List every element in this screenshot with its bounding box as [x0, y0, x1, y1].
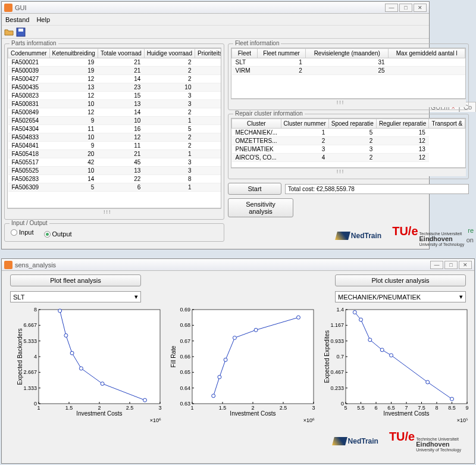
table-row[interactable]: FA50265491015: [8, 117, 222, 125]
svg-text:0: 0: [34, 401, 37, 407]
gui-titlebar[interactable]: GUI — □ ✕: [2, 2, 429, 14]
table-row[interactable]: AIRCO'S, CO...4212: [232, 154, 465, 162]
svg-point-107: [390, 354, 393, 357]
repair-table[interactable]: ClusterCluster nummerSpoed reparatieRegu…: [231, 118, 465, 162]
table-row[interactable]: OMZETTERS...2212: [232, 137, 465, 145]
fleet-table[interactable]: FleetFleet nummerRevisielengte (maanden)…: [231, 48, 465, 75]
chart: 0.630.640.650.660.670.680.6911.522.53Inv…: [170, 305, 318, 424]
open-icon[interactable]: [4, 27, 14, 37]
col-header[interactable]: Transport &: [429, 119, 465, 129]
table-row[interactable]: FA5000211921210: [8, 58, 222, 67]
col-header[interactable]: Prioriteitsdrempel: [195, 49, 221, 58]
svg-rect-36: [192, 310, 314, 404]
menu-help[interactable]: Help: [36, 16, 50, 23]
svg-text:6.667: 6.667: [23, 322, 37, 328]
svg-text:1.333: 1.333: [23, 385, 37, 391]
svg-text:8: 8: [34, 307, 37, 313]
col-header[interactable]: Regulier reparatie: [376, 119, 429, 129]
cluster-dropdown[interactable]: MECHANIEK/PNEUMATIEK▾: [335, 291, 466, 302]
svg-text:3: 3: [312, 405, 315, 411]
repair-hscroll[interactable]: [231, 168, 466, 176]
fleet-hscroll[interactable]: [231, 99, 466, 107]
gui-title: GUI: [15, 4, 385, 11]
svg-text:2.5: 2.5: [280, 405, 287, 411]
maximize-button[interactable]: □: [444, 261, 458, 269]
svg-point-106: [380, 348, 384, 352]
table-row[interactable]: VIRM225: [232, 67, 465, 75]
plot-cluster-button[interactable]: Plot cluster analysis: [335, 274, 466, 286]
table-row[interactable]: FA500831101338: [8, 100, 222, 108]
parts-label: Parts information: [10, 40, 58, 46]
table-row[interactable]: FA5054182021112: [8, 150, 222, 158]
close-button[interactable]: ✕: [459, 261, 472, 269]
table-row[interactable]: MECHANIEK/...1515: [232, 129, 465, 137]
svg-text:8: 8: [435, 405, 438, 411]
svg-rect-1: [18, 29, 23, 32]
svg-text:0.7: 0.7: [336, 354, 344, 360]
svg-point-109: [450, 397, 454, 401]
save-icon[interactable]: [16, 27, 26, 37]
col-header[interactable]: Cluster nummer: [281, 119, 328, 129]
col-header[interactable]: Max gemiddeld aantal l: [389, 49, 465, 58]
col-header[interactable]: Totale voorraad: [98, 49, 144, 58]
svg-point-65: [254, 328, 258, 332]
maximize-button[interactable]: □: [399, 4, 412, 12]
total-cost-field: Total cost: €2,588,559.78: [285, 184, 469, 194]
nedtrain-logo: NedTrain: [333, 437, 378, 445]
table-row[interactable]: FA5043041116511: [8, 125, 222, 133]
svg-point-63: [224, 358, 227, 361]
minimize-button[interactable]: —: [430, 261, 443, 269]
svg-text:5: 5: [344, 405, 347, 411]
radio-input[interactable]: Input: [11, 229, 33, 236]
svg-text:×10⁶: ×10⁶: [150, 417, 161, 423]
svg-point-66: [297, 316, 300, 319]
table-row[interactable]: FA50484191125: [8, 142, 222, 150]
table-row[interactable]: FA5063095610: [8, 183, 222, 192]
col-header[interactable]: Spoed reparatie: [328, 119, 376, 129]
svg-text:0.63: 0.63: [180, 401, 190, 407]
table-row[interactable]: FA5062831422813: [8, 175, 222, 183]
svg-point-104: [359, 318, 363, 322]
radio-output[interactable]: Output: [44, 230, 72, 238]
svg-rect-70: [346, 310, 467, 404]
minimize-button[interactable]: —: [385, 4, 398, 12]
table-row[interactable]: FA5004271214210: [8, 75, 222, 83]
sens-titlebar[interactable]: sens_analysis — □ ✕: [2, 259, 474, 271]
svg-text:4: 4: [34, 354, 37, 360]
col-header[interactable]: Huidige voorraad: [144, 49, 195, 58]
table-row[interactable]: FA5008231215311: [8, 92, 222, 100]
col-header[interactable]: Fleet: [232, 49, 258, 58]
svg-text:0.68: 0.68: [180, 322, 190, 328]
col-header[interactable]: Revisielengte (maanden): [306, 49, 389, 58]
menu-bestand[interactable]: Bestand: [5, 16, 29, 23]
app-icon: [4, 261, 12, 269]
table-row[interactable]: SLT131: [232, 58, 465, 67]
svg-rect-2: [39, 310, 160, 404]
fleet-dropdown[interactable]: SLT▾: [10, 291, 141, 302]
svg-text:9: 9: [465, 405, 468, 411]
col-header[interactable]: Fleet nummer: [257, 49, 306, 58]
table-row[interactable]: FA50043513231015: [8, 83, 222, 92]
col-header[interactable]: Codenummer: [8, 49, 50, 58]
sensitivity-button[interactable]: Sensitivity analysis: [228, 198, 293, 217]
col-header[interactable]: Cluster: [232, 119, 281, 129]
close-button[interactable]: ✕: [414, 4, 427, 12]
start-button[interactable]: Start: [228, 183, 281, 195]
svg-text:1: 1: [190, 405, 193, 411]
parts-hscroll[interactable]: [7, 208, 221, 217]
table-row[interactable]: FA5000391921210: [8, 67, 222, 75]
col-header[interactable]: Ketenuitbreiding: [49, 49, 98, 58]
table-row[interactable]: PNEUMATIEK3313: [232, 145, 465, 154]
table-row[interactable]: FA505525101330: [8, 167, 222, 175]
table-row[interactable]: FA500849121429: [8, 108, 222, 117]
plot-fleet-button[interactable]: Plot fleet analysis: [10, 274, 141, 286]
repair-groupbox: Repair cluster information ClusterCluste…: [228, 114, 469, 179]
svg-text:1.5: 1.5: [65, 405, 73, 411]
svg-text:2.667: 2.667: [23, 369, 37, 375]
svg-text:1.5: 1.5: [219, 405, 227, 411]
parts-table[interactable]: CodenummerKetenuitbreidingTotale voorraa…: [8, 48, 221, 192]
fleet-groupbox: Fleet information FleetFleet nummerRevis…: [228, 43, 469, 110]
table-row[interactable]: FA504833101226: [8, 133, 222, 142]
svg-text:0.933: 0.933: [330, 338, 344, 344]
table-row[interactable]: FA5055174245326: [8, 158, 222, 167]
